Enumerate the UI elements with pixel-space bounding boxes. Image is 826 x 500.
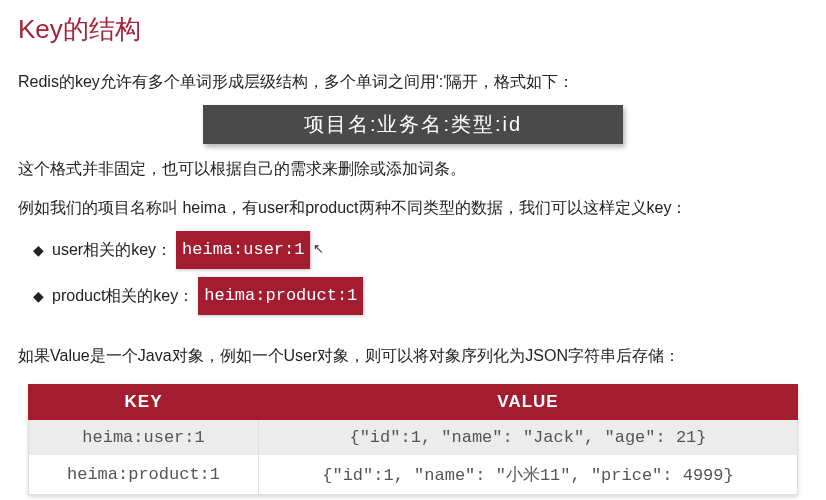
bullet-user: ◆ user相关的key： heima:user:1 ↖ — [33, 231, 808, 269]
th-value: VALUE — [259, 384, 798, 419]
table-row: heima:product:1 {"id":1, "name": "小米11",… — [29, 455, 798, 495]
cell-key: heima:product:1 — [29, 455, 259, 495]
page-title: Key的结构 — [18, 12, 808, 47]
kv-table: KEY VALUE heima:user:1 {"id":1, "name": … — [28, 384, 798, 495]
table-header-row: KEY VALUE — [29, 384, 798, 419]
bullet-label: user相关的key： — [52, 234, 172, 266]
th-key: KEY — [29, 384, 259, 419]
cell-key: heima:user:1 — [29, 419, 259, 455]
cell-value: {"id":1, "name": "小米11", "price": 4999} — [259, 455, 798, 495]
bullet-product: ◆ product相关的key： heima:product:1 — [33, 277, 808, 315]
para-3: 例如我们的项目名称叫 heima，有user和product两种不同类型的数据，… — [18, 193, 808, 223]
bullet-label: product相关的key： — [52, 280, 194, 312]
code-user-key: heima:user:1 — [176, 231, 310, 269]
cursor-icon: ↖ — [313, 236, 324, 262]
intro-text: Redis的key允许有多个单词形成层级结构，多个单词之间用':'隔开，格式如下… — [18, 67, 808, 97]
code-product-key: heima:product:1 — [198, 277, 363, 315]
para-4: 如果Value是一个Java对象，例如一个User对象，则可以将对象序列化为JS… — [18, 341, 808, 371]
format-box: 项目名:业务名:类型:id — [203, 105, 623, 144]
bullet-icon: ◆ — [33, 236, 44, 264]
table-row: heima:user:1 {"id":1, "name": "Jack", "a… — [29, 419, 798, 455]
para-2: 这个格式并非固定，也可以根据自己的需求来删除或添加词条。 — [18, 154, 808, 184]
cell-value: {"id":1, "name": "Jack", "age": 21} — [259, 419, 798, 455]
bullet-icon: ◆ — [33, 282, 44, 310]
